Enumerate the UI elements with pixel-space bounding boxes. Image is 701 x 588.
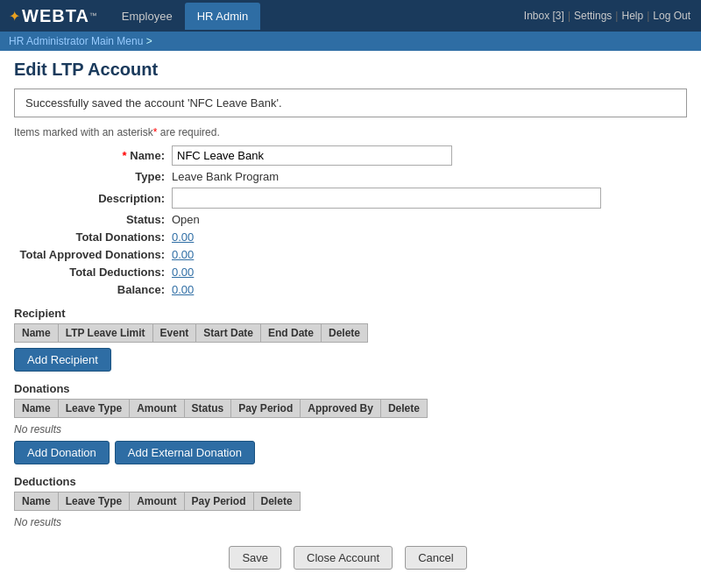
total-deductions-row: Total Deductions: 0.00 [14, 266, 687, 279]
recipient-section-header: Recipient [14, 307, 687, 320]
type-value: Leave Bank Program [172, 170, 279, 183]
name-input[interactable] [172, 145, 452, 166]
asterisk-indicator: * [153, 126, 158, 138]
description-label: Description: [14, 192, 172, 205]
donations-no-results: No results [14, 423, 687, 436]
total-deductions-value[interactable]: 0.00 [172, 266, 194, 279]
total-donations-row: Total Donations: 0.00 [14, 230, 687, 244]
save-button[interactable]: Save [229, 546, 281, 570]
name-label: * Name: [14, 149, 172, 162]
total-approved-donations-row: Total Approved Donations: 0.00 [14, 248, 687, 261]
deductions-section-header: Deductions [14, 475, 687, 488]
breadcrumb-separator: > [146, 35, 152, 47]
deductions-col-leave-type: Leave Type [58, 492, 129, 511]
recipient-col-end-date: End Date [260, 324, 321, 343]
total-deductions-label: Total Deductions: [14, 266, 172, 279]
deductions-table-header-row: Name Leave Type Amount Pay Period Delete [15, 492, 301, 511]
nav-tabs: Employee HR Admin [110, 3, 260, 30]
total-donations-value[interactable]: 0.00 [172, 230, 194, 244]
name-row: * Name: [14, 145, 687, 166]
donations-col-amount: Amount [130, 400, 184, 418]
recipient-table: Name LTP Leave Limit Event Start Date En… [14, 323, 368, 343]
description-row: Description: [14, 188, 687, 209]
right-navigation: Inbox [3] | Settings | Help | Log Out [524, 10, 701, 22]
page-title: Edit LTP Account [14, 60, 687, 80]
donations-col-approved-by: Approved By [301, 400, 381, 418]
description-input[interactable] [172, 188, 601, 209]
donations-table-header-row: Name Leave Type Amount Status Pay Period… [15, 400, 428, 418]
type-label: Type: [14, 170, 172, 183]
settings-link[interactable]: Settings [574, 10, 612, 22]
status-value: Open [172, 213, 200, 226]
total-approved-donations-label: Total Approved Donations: [14, 248, 172, 261]
status-label: Status: [14, 213, 172, 226]
top-navigation: ✦ WEBTA ™ Employee HR Admin Inbox [3] | … [0, 0, 701, 32]
inbox-link[interactable]: Inbox [3] [524, 10, 564, 22]
status-row: Status: Open [14, 213, 687, 226]
recipient-col-delete: Delete [322, 324, 368, 343]
donations-col-delete: Delete [380, 400, 427, 418]
page-content: Edit LTP Account Successfully saved the … [0, 51, 701, 587]
breadcrumb-bar: HR Administrator Main Menu > [0, 32, 701, 51]
recipient-action-buttons: Add Recipient [14, 348, 687, 372]
deductions-col-delete: Delete [253, 492, 300, 511]
donations-col-status: Status [184, 400, 231, 418]
cancel-button[interactable]: Cancel [405, 546, 466, 570]
add-recipient-button[interactable]: Add Recipient [14, 348, 111, 372]
deductions-table: Name Leave Type Amount Pay Period Delete [14, 492, 301, 511]
donations-action-buttons: Add Donation Add External Donation [14, 441, 687, 464]
deductions-col-amount: Amount [130, 492, 184, 511]
logo-text: WEBTA [22, 6, 89, 26]
name-required-star: * [123, 149, 127, 162]
logout-link[interactable]: Log Out [653, 10, 690, 22]
success-message: Successfully saved the account 'NFC Leav… [14, 89, 687, 117]
logo: ✦ WEBTA ™ [0, 6, 106, 26]
donations-col-leave-type: Leave Type [58, 400, 129, 418]
recipient-col-event: Event [152, 324, 196, 343]
total-approved-donations-value[interactable]: 0.00 [172, 248, 194, 261]
close-account-button[interactable]: Close Account [294, 546, 393, 570]
required-note: Items marked with an asterisk* are requi… [14, 126, 687, 138]
recipient-col-ltp-leave-limit: LTP Leave Limit [58, 324, 152, 343]
add-external-donation-button[interactable]: Add External Donation [115, 441, 255, 464]
recipient-col-start-date: Start Date [196, 324, 261, 343]
deductions-col-name: Name [15, 492, 59, 511]
deductions-col-pay-period: Pay Period [184, 492, 253, 511]
donations-col-name: Name [15, 400, 59, 418]
balance-value[interactable]: 0.00 [172, 283, 194, 296]
logo-star-icon: ✦ [9, 8, 20, 25]
balance-row: Balance: 0.00 [14, 283, 687, 296]
nav-tab-employee[interactable]: Employee [110, 3, 185, 30]
nav-tab-hradmin[interactable]: HR Admin [185, 3, 261, 30]
bottom-buttons: Save Close Account Cancel [14, 546, 687, 570]
donations-col-pay-period: Pay Period [231, 400, 301, 418]
add-donation-button[interactable]: Add Donation [14, 441, 110, 464]
help-link[interactable]: Help [621, 10, 643, 22]
balance-label: Balance: [14, 283, 172, 296]
donations-table: Name Leave Type Amount Status Pay Period… [14, 399, 428, 418]
recipient-table-header-row: Name LTP Leave Limit Event Start Date En… [15, 324, 368, 343]
total-donations-label: Total Donations: [14, 230, 172, 244]
breadcrumb-hr-admin-link[interactable]: HR Administrator Main Menu [9, 35, 143, 47]
deductions-no-results: No results [14, 516, 687, 528]
type-row: Type: Leave Bank Program [14, 170, 687, 183]
donations-section-header: Donations [14, 382, 687, 395]
logo-tm: ™ [89, 11, 97, 20]
recipient-col-name: Name [15, 324, 59, 343]
